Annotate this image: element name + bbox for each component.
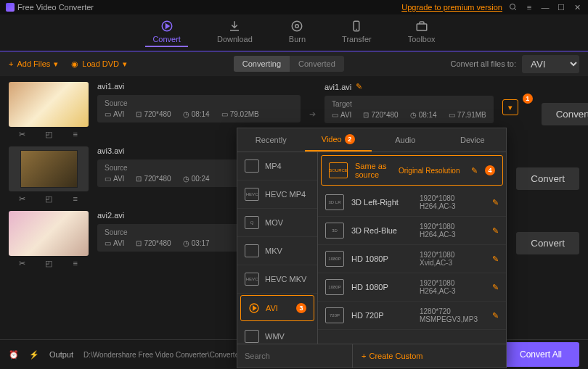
svg-point-0 xyxy=(510,4,515,9)
transfer-icon xyxy=(350,20,363,33)
convert-button[interactable]: Convert xyxy=(516,232,579,254)
callout-badge: 4 xyxy=(485,165,495,175)
trim-icon[interactable]: ✂ xyxy=(15,130,29,139)
preset-option[interactable]: 720P HD 720P 1280*720MSMPEGV3,MP3 ✎ xyxy=(318,302,506,330)
schedule-icon[interactable]: ⏰ xyxy=(9,350,19,360)
format-hevc-mp4[interactable]: HEVCHEVC MP4 xyxy=(237,181,317,209)
edit-icon[interactable]: ✎ xyxy=(492,311,499,320)
file-name: avi1.avi xyxy=(97,82,301,91)
nav-download[interactable]: Download xyxy=(217,20,253,46)
svg-line-1 xyxy=(515,9,517,11)
tab-converting[interactable]: Converting xyxy=(234,56,290,72)
preset-search-input[interactable] xyxy=(237,344,353,368)
format-mp4[interactable]: MP4 xyxy=(237,152,317,181)
crop-icon[interactable]: ◰ xyxy=(41,130,56,139)
svg-marker-3 xyxy=(166,24,169,28)
power-icon[interactable]: ⚡ xyxy=(29,350,39,360)
preset-option[interactable]: 3D 3D Red-Blue 1920*1080H264,AC-3 ✎ xyxy=(318,217,506,245)
callout-badge: 2 xyxy=(345,134,355,144)
format-mov[interactable]: QMOV xyxy=(237,209,317,237)
video-thumbnail[interactable] xyxy=(9,211,89,256)
callout-badge: 3 xyxy=(296,303,306,313)
output-label: Output xyxy=(49,350,73,359)
toolbar: + Add Files ▾ ◉ Load DVD ▾ Converting Co… xyxy=(0,51,588,76)
svg-point-5 xyxy=(295,24,299,28)
nav-toolbox[interactable]: Toolbox xyxy=(408,20,436,46)
convert-icon xyxy=(160,20,173,33)
dd-tab-recently[interactable]: Recently xyxy=(237,128,305,152)
output-path[interactable]: D:\Wondershare Free Video Converter\Conv… xyxy=(83,351,245,359)
edit-icon[interactable]: ✎ xyxy=(492,254,499,264)
app-icon xyxy=(6,3,15,12)
format-wmv[interactable]: WMV xyxy=(237,323,317,344)
minimize-icon[interactable]: — xyxy=(540,2,550,12)
target-format-dropdown[interactable]: ▾ xyxy=(502,99,518,115)
nav-transfer[interactable]: Transfer xyxy=(342,20,372,46)
download-icon xyxy=(228,20,241,33)
dd-tab-audio[interactable]: Audio xyxy=(372,128,439,152)
menu-icon[interactable]: ≡ xyxy=(524,2,534,12)
callout-badge: 1 xyxy=(523,94,533,104)
edit-icon[interactable]: ✎ xyxy=(492,226,499,236)
preset-same-as-source[interactable]: SOURCE Same as source Original Resolutio… xyxy=(321,155,503,186)
video-thumbnail[interactable] xyxy=(9,146,89,191)
dd-tab-device[interactable]: Device xyxy=(439,128,507,152)
format-list: MP4 HEVCHEVC MP4 QMOV MKV HEVCHEVC MKV A… xyxy=(237,152,318,344)
add-files-button[interactable]: + Add Files ▾ xyxy=(9,59,58,69)
effects-icon[interactable]: ≡ xyxy=(68,259,83,268)
trim-icon[interactable]: ✂ xyxy=(15,259,29,268)
burn-icon xyxy=(290,20,303,33)
crop-icon[interactable]: ◰ xyxy=(41,194,56,204)
upgrade-link[interactable]: Upgrade to premium version xyxy=(401,3,502,12)
top-nav: Convert Download Burn Transfer Toolbox xyxy=(0,14,588,51)
status-tabs: Converting Converted xyxy=(234,56,344,72)
trim-icon[interactable]: ✂ xyxy=(15,194,29,204)
app-title: Free Video Converter xyxy=(17,3,94,12)
svg-rect-8 xyxy=(417,24,427,30)
close-icon[interactable]: ✕ xyxy=(572,2,582,12)
create-custom-button[interactable]: + Create Custom xyxy=(353,352,431,360)
titlebar: Free Video Converter Upgrade to premium … xyxy=(0,0,588,14)
format-hevc-mkv[interactable]: HEVCHEVC MKV xyxy=(237,265,317,294)
edit-icon[interactable]: ✎ xyxy=(492,283,499,292)
video-thumbnail[interactable] xyxy=(9,82,89,127)
effects-icon[interactable]: ≡ xyxy=(68,194,83,204)
load-dvd-button[interactable]: ◉ Load DVD ▾ xyxy=(71,59,127,69)
nav-convert[interactable]: Convert xyxy=(152,20,181,46)
tab-converted[interactable]: Converted xyxy=(290,56,344,72)
preset-option[interactable]: 1080P HD 1080P 1920*1080Xvid,AC-3 ✎ xyxy=(318,245,506,273)
convert-all-button[interactable]: Convert All xyxy=(502,342,579,367)
format-mkv[interactable]: MKV xyxy=(237,237,317,265)
edit-icon[interactable]: ✎ xyxy=(471,166,478,175)
edit-icon[interactable]: ✎ xyxy=(356,82,362,91)
search-icon[interactable] xyxy=(508,2,518,12)
preset-option[interactable]: 3D LR 3D Left-Right 1920*1080H264,AC-3 ✎ xyxy=(318,188,506,217)
convert-button[interactable]: Convert xyxy=(516,167,579,190)
preset-option[interactable]: 1080P HD 1080P 1920*1080H264,AC-3 ✎ xyxy=(318,273,506,302)
toolbox-icon xyxy=(415,20,428,33)
convert-button[interactable]: Convert xyxy=(542,103,588,125)
format-dropdown-panel: Recently Video2 Audio Device MP4 HEVCHEV… xyxy=(237,128,507,368)
nav-burn[interactable]: Burn xyxy=(289,20,306,46)
arrow-icon: ➔ xyxy=(309,109,316,119)
dd-tab-video[interactable]: Video2 xyxy=(305,128,372,152)
effects-icon[interactable]: ≡ xyxy=(68,130,83,139)
crop-icon[interactable]: ◰ xyxy=(41,259,56,268)
convert-all-format-select[interactable]: AVI xyxy=(522,55,579,73)
edit-icon[interactable]: ✎ xyxy=(492,198,499,207)
preset-list: SOURCE Same as source Original Resolutio… xyxy=(318,152,506,344)
convert-all-label: Convert all files to: xyxy=(451,59,516,68)
maximize-icon[interactable]: ☐ xyxy=(556,2,566,12)
svg-point-4 xyxy=(293,21,303,31)
svg-marker-10 xyxy=(253,306,256,310)
format-avi[interactable]: AVI3 xyxy=(240,295,314,321)
